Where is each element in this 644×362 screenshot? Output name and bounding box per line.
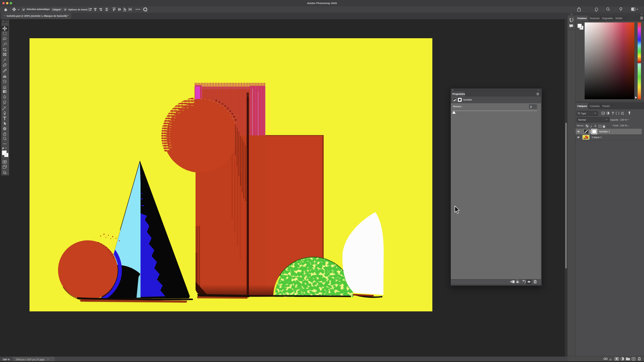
svg-text:fx: fx [609, 358, 612, 361]
svg-text:»: » [6, 20, 7, 22]
svg-text:×: × [3, 20, 4, 22]
